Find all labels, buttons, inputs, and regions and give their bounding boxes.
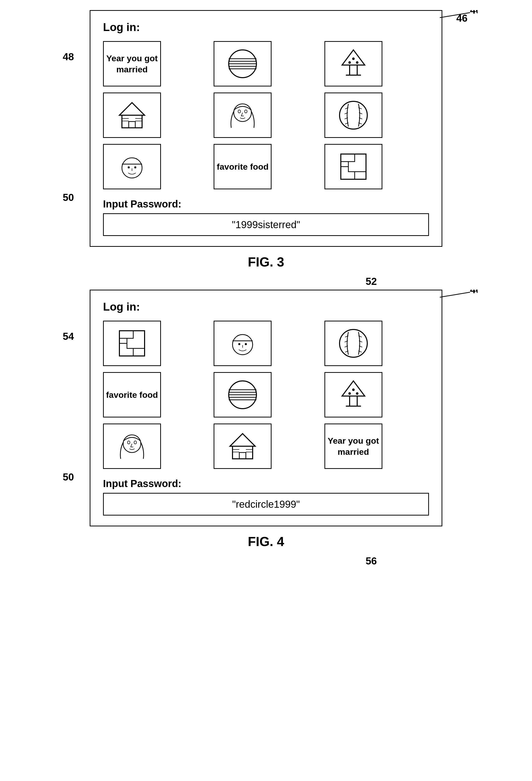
password-label-fig4: Input Password: (103, 478, 429, 489)
svg-point-62 (348, 392, 351, 395)
svg-point-67 (128, 441, 130, 444)
svg-point-61 (352, 388, 355, 391)
annotation-48: 48 (63, 51, 74, 63)
mushroom-icon-2 (337, 378, 370, 411)
svg-line-37 (440, 13, 470, 18)
svg-point-42 (238, 343, 240, 345)
cell-face-icon2-2[interactable] (214, 321, 271, 366)
page-wrapper: 46 48 Log in: Year you got married (15, 10, 517, 549)
annotation-46-line-fig4: 46 (437, 290, 478, 310)
cell-house-1[interactable] (103, 92, 161, 138)
cell-baseball-1[interactable] (324, 92, 382, 138)
svg-point-63 (356, 392, 358, 395)
password-input-fig3[interactable]: "1999sisterred" (103, 213, 429, 236)
cell-puzzle-2[interactable] (103, 321, 161, 366)
cell-globe-1[interactable] (214, 41, 271, 86)
login-panel-fig3: 48 Log in: Year you got married (90, 10, 442, 247)
svg-point-40 (232, 334, 253, 355)
woman-face-icon-2 (116, 430, 148, 463)
cell-favorite-food-2[interactable]: favorite food (103, 372, 161, 417)
figure-label-4: FIG. 4 (90, 534, 442, 549)
svg-point-43 (245, 343, 247, 345)
svg-marker-69 (230, 434, 255, 446)
cell-woman-face-1[interactable] (214, 92, 271, 138)
cell-mushroom-1[interactable] (324, 41, 382, 86)
house-icon-2 (226, 430, 259, 463)
cell-globe-2[interactable] (214, 372, 271, 417)
globe-lines-icon (226, 47, 259, 80)
svg-point-33 (128, 166, 130, 168)
baseball-icon (337, 99, 370, 132)
face-icon-2b (226, 327, 259, 360)
svg-line-76 (440, 292, 470, 297)
svg-rect-14 (129, 122, 135, 128)
svg-point-68 (134, 441, 136, 444)
annotation-56: 56 (366, 556, 377, 567)
svg-rect-71 (239, 453, 246, 459)
cell-house-2[interactable] (214, 423, 271, 469)
annotation-50-fig4: 50 (63, 471, 74, 483)
figure-4-section: 54 Log in: (90, 290, 442, 549)
annotation-50-fig3: 50 (63, 192, 74, 203)
login-panel-fig4: 54 Log in: (90, 290, 442, 526)
svg-text:46: 46 (470, 10, 478, 16)
figure-label-3: FIG. 3 (90, 254, 442, 270)
svg-point-7 (352, 57, 355, 60)
svg-point-20 (238, 110, 240, 113)
icon-grid-fig4: favorite food (103, 321, 429, 469)
cell-baseball-2[interactable] (324, 321, 382, 366)
svg-text:46: 46 (470, 290, 478, 295)
login-title-fig4: Log in: (103, 300, 429, 313)
annotation-52: 52 (366, 276, 377, 287)
face-icon-2 (116, 150, 148, 183)
globe-lines-icon-2 (226, 378, 259, 411)
password-section-fig4: 50 Input Password: "redcircle1999" (103, 478, 429, 516)
login-title-fig3: Log in: (103, 21, 429, 34)
svg-rect-10 (350, 65, 357, 75)
svg-marker-12 (120, 102, 144, 115)
house-icon (116, 99, 148, 132)
password-section-fig3: 50 Input Password: "1999sisterred" (103, 198, 429, 236)
svg-point-21 (245, 110, 247, 113)
figure-3-section: 46 48 Log in: Year you got married (90, 10, 442, 270)
cell-year-married-2[interactable]: Year you got married (324, 423, 382, 469)
password-label-fig3: Input Password: (103, 198, 429, 210)
woman-face-icon (226, 99, 259, 132)
cell-face-icon2-1[interactable] (103, 144, 161, 189)
svg-point-22 (340, 101, 367, 129)
icon-grid-fig3: Year you got married (103, 41, 429, 189)
cell-woman-face-2[interactable] (103, 423, 161, 469)
puzzle-icon-2 (116, 327, 148, 360)
cell-mushroom-2[interactable] (324, 372, 382, 417)
cell-puzzle-1[interactable] (324, 144, 382, 189)
mushroom-icon (337, 47, 370, 80)
cell-favorite-food-1[interactable]: favorite food (214, 144, 271, 189)
svg-point-45 (340, 329, 367, 357)
svg-point-9 (356, 61, 358, 64)
password-input-fig4[interactable]: "redcircle1999" (103, 493, 429, 516)
baseball-icon-2 (337, 327, 370, 360)
annotation-54: 54 (63, 331, 74, 342)
svg-point-31 (122, 158, 142, 178)
puzzle-icon (337, 150, 370, 183)
svg-rect-64 (350, 396, 357, 406)
annotation-46-line-fig3: 46 (437, 10, 478, 30)
svg-point-8 (348, 61, 351, 64)
cell-year-married-1[interactable]: Year you got married (103, 41, 161, 86)
svg-point-34 (134, 166, 136, 168)
